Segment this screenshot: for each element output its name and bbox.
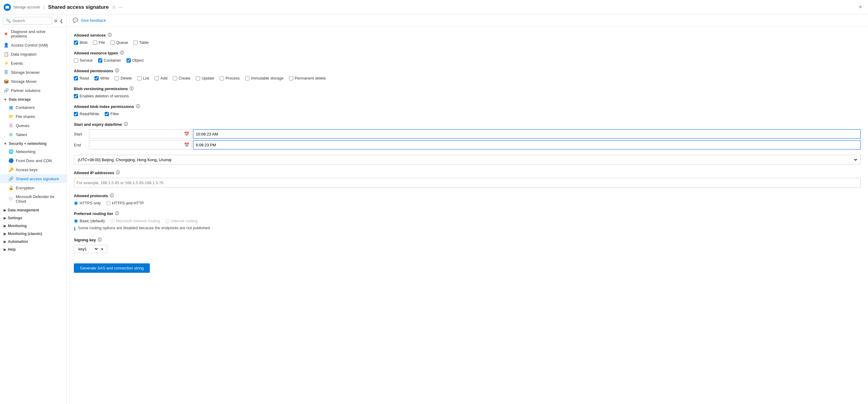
perm-permanent-delete-option[interactable]: Permanent delete	[289, 76, 326, 80]
section-help[interactable]: ▶ Help	[0, 245, 66, 253]
perm-read-checkbox[interactable]	[74, 76, 78, 80]
sidebar-item-storage-mover[interactable]: 📦 Storage Mover	[0, 77, 66, 86]
sidebar-item-storage-browser[interactable]: 🗄 Storage browser	[0, 68, 66, 77]
allowed-resource-types-info-icon[interactable]: ⓘ	[120, 50, 124, 56]
perm-add-option[interactable]: Add	[155, 76, 167, 80]
sidebar-item-encryption[interactable]: 🔒 Encryption	[0, 183, 66, 192]
perm-update-option[interactable]: Update	[196, 76, 214, 80]
signing-key-select[interactable]: key1 key2	[77, 246, 99, 251]
timezone-select-wrap[interactable]: (UTC+08:00) Beijing, Chongqing, Hong Kon…	[74, 155, 861, 165]
favorite-icon[interactable]: ☆	[112, 4, 116, 10]
perm-write-option[interactable]: Write	[94, 76, 109, 80]
routing-microsoft-radio[interactable]	[110, 219, 115, 223]
sidebar-item-file-shares[interactable]: 📁 File shares	[0, 112, 66, 121]
blob-index-filter-checkbox[interactable]	[105, 112, 109, 116]
service-table-option[interactable]: Table	[133, 40, 149, 45]
blob-index-filter-option[interactable]: Filter	[105, 111, 119, 116]
perm-read-option[interactable]: Read	[74, 76, 89, 80]
service-file-option[interactable]: File	[93, 40, 105, 45]
start-date-input[interactable]	[92, 132, 184, 136]
sidebar-item-access-control[interactable]: 👤 Access Control (IAM)	[0, 40, 66, 49]
resource-service-checkbox[interactable]	[74, 58, 78, 63]
allowed-permissions-info-icon[interactable]: ⓘ	[115, 68, 119, 73]
search-input[interactable]	[12, 19, 49, 23]
more-options-icon[interactable]: ···	[118, 4, 122, 10]
blob-versioning-info-icon[interactable]: ⓘ	[129, 86, 133, 91]
sidebar-item-access-keys[interactable]: 🔑 Access keys	[0, 165, 66, 174]
routing-internet-radio[interactable]	[165, 219, 169, 223]
service-table-checkbox[interactable]	[133, 40, 138, 45]
sidebar-item-shared-access-signature[interactable]: 🔗 Shared access signature	[0, 174, 66, 183]
service-blob-option[interactable]: Blob	[74, 40, 88, 45]
sidebar-item-front-door[interactable]: 🔵 Front Door and CDN	[0, 156, 66, 165]
routing-basic-option[interactable]: Basic (default)	[74, 218, 105, 223]
service-queue-option[interactable]: Queue	[111, 40, 128, 45]
section-automation[interactable]: ▶ Automation	[0, 237, 66, 245]
service-queue-checkbox[interactable]	[111, 40, 115, 45]
sidebar-item-tables[interactable]: ⊞ Tables	[0, 130, 66, 139]
generate-sas-button[interactable]: Generate SAS and connection string	[74, 263, 150, 273]
sidebar-item-defender[interactable]: 🛡 Microsoft Defender for Cloud	[0, 192, 66, 206]
sidebar-item-diagnose[interactable]: ✖ Diagnose and solve problems	[0, 27, 66, 40]
section-monitoring[interactable]: ▶ Monitoring	[0, 221, 66, 229]
datetime-info-icon[interactable]: ⓘ	[124, 122, 128, 127]
end-time-input[interactable]	[193, 140, 861, 149]
close-button[interactable]: ×	[856, 3, 864, 11]
sidebar-item-containers[interactable]: ▦ Containers	[0, 103, 66, 112]
timezone-select[interactable]: (UTC+08:00) Beijing, Chongqing, Hong Kon…	[76, 157, 858, 162]
sidebar-item-networking[interactable]: 🌐 Networking	[0, 147, 66, 156]
sidebar-item-data-migration[interactable]: 📋 Data migration	[0, 49, 66, 59]
protocol-https-only-option[interactable]: HTTPS only	[74, 201, 101, 205]
routing-basic-radio[interactable]	[74, 219, 78, 223]
perm-list-checkbox[interactable]	[137, 76, 142, 80]
section-settings[interactable]: ▶ Settings	[0, 213, 66, 221]
allowed-ip-input[interactable]	[76, 180, 858, 185]
feedback-bar[interactable]: 💬 Give feedback	[67, 14, 868, 26]
perm-process-option[interactable]: Process	[220, 76, 240, 80]
perm-write-checkbox[interactable]	[94, 76, 99, 80]
service-file-checkbox[interactable]	[93, 40, 97, 45]
allowed-services-info-icon[interactable]: ⓘ	[108, 32, 112, 38]
collapse-sidebar-icon[interactable]: ❮	[60, 19, 63, 23]
perm-immutable-option[interactable]: Immutable storage	[245, 76, 284, 80]
section-data-storage[interactable]: ▼ Data storage	[0, 95, 66, 103]
protocol-https-only-radio[interactable]	[74, 201, 78, 205]
perm-process-checkbox[interactable]	[220, 76, 224, 80]
allowed-ip-info-icon[interactable]: ⓘ	[116, 170, 120, 175]
routing-tier-info-icon[interactable]: ⓘ	[115, 211, 119, 216]
perm-delete-option[interactable]: Delete	[115, 76, 132, 80]
versioning-enables-deletion-checkbox[interactable]	[74, 94, 78, 98]
perm-immutable-checkbox[interactable]	[245, 76, 249, 80]
resource-object-checkbox[interactable]	[126, 58, 131, 63]
end-calendar-icon[interactable]: 📅	[184, 142, 189, 147]
routing-internet-option[interactable]: Internet routing	[165, 218, 197, 223]
versioning-enables-deletion-option[interactable]: Enables deletion of versions	[74, 94, 129, 98]
perm-delete-checkbox[interactable]	[115, 76, 119, 80]
signing-key-info-icon[interactable]: ⓘ	[98, 237, 102, 242]
search-input-wrap[interactable]: 🔍	[3, 17, 52, 25]
signing-key-select-wrap[interactable]: key1 key2 ▼	[74, 245, 107, 253]
resource-container-option[interactable]: Container	[98, 58, 121, 63]
start-time-input[interactable]	[193, 129, 861, 138]
sidebar-item-partner-solutions[interactable]: 🔗 Partner solutions	[0, 86, 66, 95]
protocol-https-http-radio[interactable]	[106, 201, 111, 205]
settings-icon[interactable]: ⚙	[54, 19, 58, 23]
perm-create-option[interactable]: Create	[173, 76, 190, 80]
sidebar-item-queues[interactable]: ☰ Queues	[0, 121, 66, 130]
sidebar-item-events[interactable]: ⚡ Events	[0, 59, 66, 68]
allowed-ip-input-wrap[interactable]	[74, 178, 861, 188]
end-date-input-wrap[interactable]: 📅	[89, 140, 192, 149]
resource-service-option[interactable]: Service	[74, 58, 93, 63]
protocol-https-http-option[interactable]: HTTPS and HTTP	[106, 201, 144, 205]
resource-object-option[interactable]: Object	[126, 58, 144, 63]
perm-update-checkbox[interactable]	[196, 76, 200, 80]
section-security-networking[interactable]: ▼ Security + networking	[0, 139, 66, 147]
routing-microsoft-option[interactable]: Microsoft network routing	[110, 218, 160, 223]
section-data-management[interactable]: ▶ Data management	[0, 206, 66, 213]
perm-permanent-delete-checkbox[interactable]	[289, 76, 293, 80]
end-date-input[interactable]	[92, 143, 184, 147]
blob-index-info-icon[interactable]: ⓘ	[136, 104, 140, 109]
resource-container-checkbox[interactable]	[98, 58, 102, 63]
section-monitoring-classic[interactable]: ▶ Monitoring (classic)	[0, 229, 66, 237]
blob-index-read-write-option[interactable]: Read/Write	[74, 111, 99, 116]
